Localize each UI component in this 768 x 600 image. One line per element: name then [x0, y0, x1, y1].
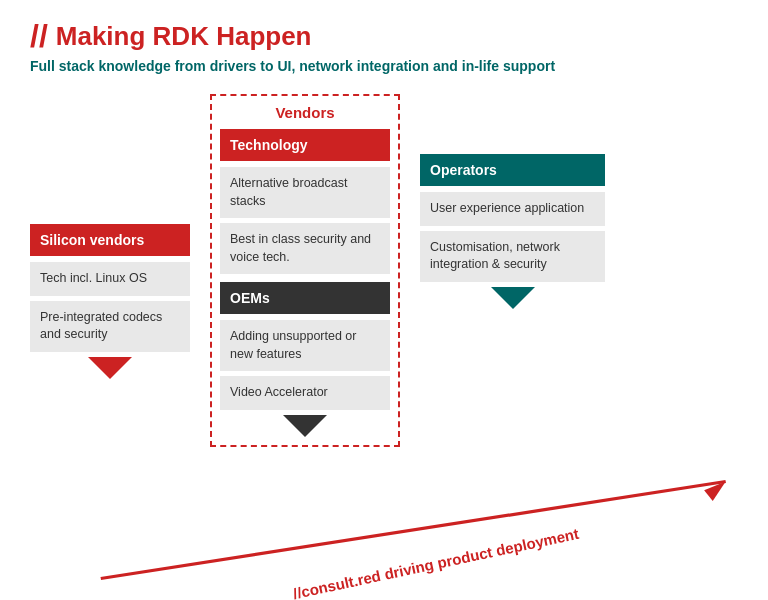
title-accent: RDK [153, 21, 209, 51]
vendors-down-arrow [283, 415, 327, 437]
technology-header: Technology [220, 129, 390, 161]
oems-section: OEMs Adding unsupported or new features … [220, 282, 390, 410]
title-end: Happen [209, 21, 312, 51]
silicon-header: Silicon vendors [30, 224, 190, 256]
operators-item-2: Customisation, network integration & sec… [420, 231, 605, 282]
oems-header: OEMs [220, 282, 390, 314]
title-plain: Making [56, 21, 153, 51]
vendors-column: Vendors Technology Alternative broadcast… [210, 94, 400, 447]
arrow-container: //consult.red driving product deployment [90, 470, 758, 590]
arrow-svg [90, 470, 758, 590]
page-title: Making RDK Happen [56, 21, 312, 52]
page: // Making RDK Happen Full stack knowledg… [0, 0, 768, 600]
technology-item-2: Best in class security and voice tech. [220, 223, 390, 274]
operators-header: Operators [420, 154, 605, 186]
header: // Making RDK Happen [30, 20, 738, 52]
slash-icon: // [30, 20, 48, 52]
oems-item-2: Video Accelerator [220, 376, 390, 410]
arrow-label: //consult.red driving product deployment [291, 525, 580, 600]
operators-column: Operators User experience application Cu… [420, 154, 605, 309]
technology-section: Technology Alternative broadcast stacks … [220, 129, 390, 274]
silicon-vendors-column: Silicon vendors Tech incl. Linux OS Pre-… [30, 224, 190, 379]
silicon-item-1: Tech incl. Linux OS [30, 262, 190, 296]
operators-item-1: User experience application [420, 192, 605, 226]
content-area: Silicon vendors Tech incl. Linux OS Pre-… [30, 94, 738, 447]
silicon-item-2: Pre-integrated codecs and security [30, 301, 190, 352]
subtitle: Full stack knowledge from drivers to UI,… [30, 58, 738, 74]
svg-line-0 [101, 482, 726, 579]
silicon-down-arrow [88, 357, 132, 379]
oems-item-1: Adding unsupported or new features [220, 320, 390, 371]
vendors-label: Vendors [220, 104, 390, 121]
svg-marker-1 [704, 482, 726, 501]
operators-down-arrow [491, 287, 535, 309]
technology-item-1: Alternative broadcast stacks [220, 167, 390, 218]
